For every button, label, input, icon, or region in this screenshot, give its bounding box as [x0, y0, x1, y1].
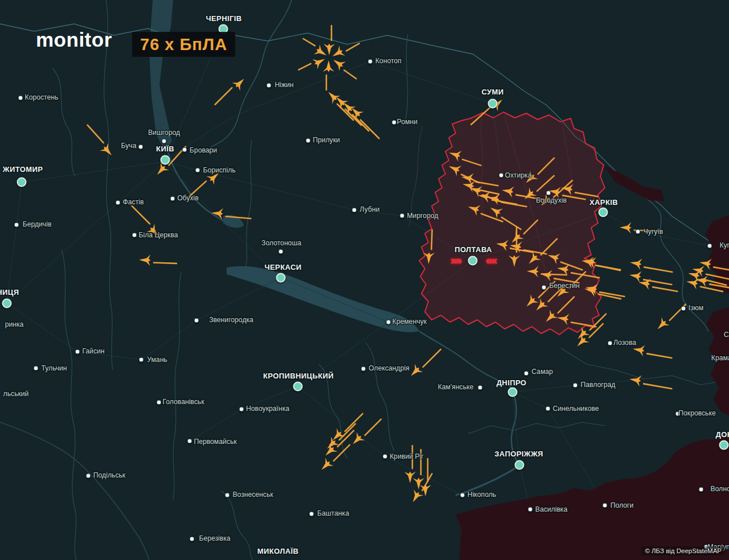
strike-chevron-left-icon: »» — [450, 254, 461, 267]
city-dot-major — [508, 388, 518, 397]
city-label: Кременчук — [392, 318, 427, 326]
city-dot-minor — [460, 493, 465, 498]
city-label: Первомайськ — [194, 438, 236, 446]
city-dot-major — [2, 299, 12, 308]
city-dot-minor — [239, 407, 244, 412]
city-dot-minor — [187, 439, 193, 444]
city-dot-minor — [182, 147, 187, 153]
city-dot-minor — [681, 306, 686, 311]
city-dot-major — [515, 460, 525, 470]
map-attribution: © ЛБЗ від DeepStateMAP — [641, 546, 725, 555]
city-dot-minor — [636, 229, 641, 234]
city-dot-major — [161, 155, 170, 165]
city-label: Богодухів — [536, 196, 567, 204]
city-dot-minor — [478, 385, 483, 390]
city-dot-minor — [546, 191, 551, 196]
city-label: Ізюм — [689, 304, 703, 312]
city-dot-minor — [699, 487, 704, 492]
city-dot-minor — [116, 200, 121, 205]
city-label: ЗАПОРІЖЖЯ — [494, 450, 543, 458]
city-label: Подільськ — [93, 471, 125, 479]
map-canvas[interactable]: ЧЕРНІГІВСУМИКИЇВЖИТОМИРХАРКІВПОЛТАВАЧЕРК… — [0, 0, 729, 560]
city-label: льський — [3, 390, 29, 398]
city-label: Лозова — [613, 339, 636, 347]
city-label: Березівка — [199, 534, 230, 542]
city-label: СУМИ — [481, 88, 503, 96]
city-label: МИКОЛАЇВ — [257, 547, 299, 555]
city-dot-minor — [400, 213, 405, 219]
strike-chevron-right-icon: «« — [486, 254, 496, 267]
city-label: Охтирка — [505, 171, 532, 179]
city-label: КИЇВ — [156, 145, 174, 153]
city-label: ДОНЕЦЬК — [715, 430, 729, 439]
city-label: Самар — [531, 368, 553, 376]
city-dot-minor — [14, 223, 19, 228]
city-label: ДНІПРО — [497, 378, 527, 387]
city-label: Обухів — [177, 194, 199, 202]
city-label: Павлоград — [581, 381, 616, 389]
city-label: ВІННИЦЯ — [0, 288, 19, 297]
city-label: Буча — [121, 142, 137, 150]
city-label: Слов'янськ — [724, 331, 729, 339]
city-dot-minor — [524, 371, 529, 376]
city-label: Чугуїв — [644, 228, 664, 236]
city-dot-major — [17, 178, 27, 187]
city-dot-minor — [309, 512, 314, 517]
city-dot-minor — [383, 454, 388, 459]
city-dot-major — [488, 99, 498, 109]
city-dot-minor — [542, 285, 547, 290]
city-label: Пологи — [611, 501, 634, 509]
city-label: Золотоноша — [261, 239, 301, 247]
city-label: Вишгород — [148, 129, 180, 137]
city-dot-major — [293, 382, 303, 392]
city-label: Василівка — [535, 505, 567, 513]
city-dot-minor — [392, 120, 397, 125]
city-dot-minor — [170, 196, 175, 201]
city-layer: ЧЕРНІГІВСУМИКИЇВЖИТОМИРХАРКІВПОЛТАВАЧЕРК… — [0, 0, 729, 560]
city-dot-minor — [138, 145, 144, 150]
city-dot-major — [599, 208, 608, 217]
city-dot-minor — [132, 233, 137, 238]
city-dot-major — [276, 273, 286, 283]
city-label: Синельникове — [552, 405, 599, 413]
city-label: ПОЛТАВА — [454, 245, 492, 254]
city-label: ринка — [5, 320, 24, 328]
city-label: ЖИТОМИР — [3, 165, 43, 174]
city-label: Куп'янськ — [719, 241, 729, 249]
city-label: Баштанка — [317, 509, 349, 517]
city-dot-major — [719, 440, 729, 450]
city-dot-minor — [18, 96, 23, 101]
city-dot-minor — [707, 244, 712, 249]
city-label: Прилуки — [313, 136, 340, 144]
city-label: Лубни — [360, 205, 380, 213]
city-label: Нікополь — [468, 491, 496, 499]
city-dot-minor — [195, 168, 200, 173]
city-label: Ромни — [397, 118, 417, 126]
city-label: Біла Церква — [138, 231, 178, 239]
city-label: Волноваха — [710, 485, 729, 493]
city-label: Конотоп — [375, 57, 402, 65]
city-dot-minor — [499, 173, 504, 178]
city-dot-minor — [34, 366, 39, 371]
city-label: Новоукраїнка — [246, 405, 289, 413]
city-label: Умань — [147, 356, 167, 364]
city-dot-minor — [603, 503, 608, 508]
city-label: Краматорськ — [711, 354, 729, 362]
city-label: Кривий Ріг — [390, 452, 423, 460]
city-label: Ніжин — [275, 81, 293, 89]
city-label: Вознесенськ — [232, 491, 273, 499]
city-label: Берестин — [549, 282, 580, 290]
city-dot-minor — [162, 139, 167, 144]
city-label: Гайсин — [82, 347, 104, 355]
city-label: Кам'янське — [438, 383, 474, 391]
city-label: Голованівськ — [163, 398, 204, 406]
city-label: Фастів — [123, 198, 144, 206]
city-label: ХАРКІВ — [589, 198, 618, 207]
city-dot-minor — [267, 83, 272, 88]
drone-count-badge: 76 х БпЛА — [132, 32, 235, 57]
city-label: Покровське — [678, 409, 715, 417]
city-dot-major — [468, 256, 478, 266]
city-dot-minor — [157, 400, 162, 405]
brand-logo: monitor — [36, 28, 112, 51]
city-dot-minor — [546, 406, 551, 411]
